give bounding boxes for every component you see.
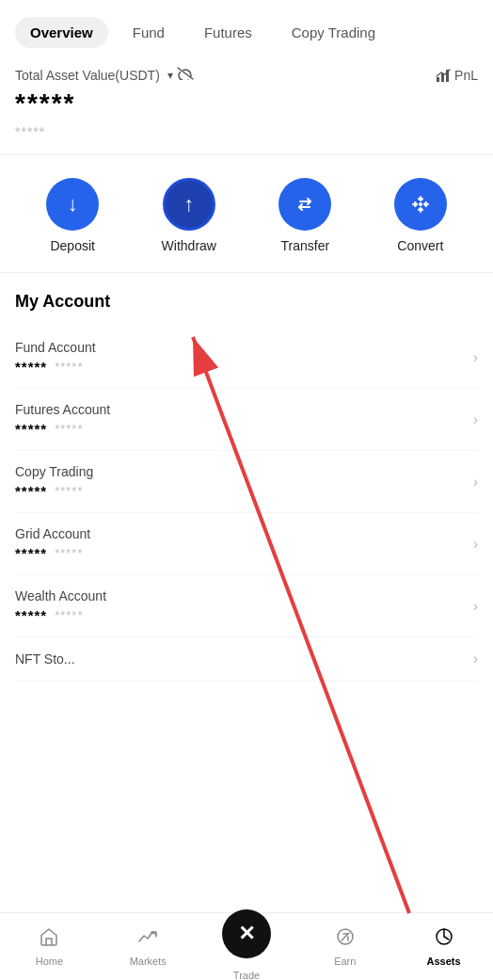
futures-account-item[interactable]: Futures Account ***** ***** ›: [15, 389, 478, 451]
grid-account-masked: *****: [15, 545, 47, 561]
nft-name: NFT Sto...: [15, 651, 75, 667]
my-account-section: My Account Fund Account ***** ***** › Fu…: [0, 273, 493, 691]
home-tab-label: Home: [36, 956, 63, 967]
markets-tab[interactable]: Markets: [99, 926, 198, 967]
wealth-account-item[interactable]: Wealth Account ***** ***** ›: [15, 575, 478, 637]
chevron-right-icon: ›: [473, 536, 478, 553]
futures-account-name: Futures Account: [15, 402, 110, 417]
assets-tab[interactable]: Assets: [394, 926, 493, 967]
wealth-account-name: Wealth Account: [15, 588, 106, 603]
assets-icon: [434, 926, 454, 952]
copy-trading-name: Copy Trading: [15, 464, 93, 479]
asset-sub-value: *****: [15, 124, 478, 139]
withdraw-label: Withdraw: [162, 238, 216, 253]
convert-button[interactable]: Convert: [394, 178, 447, 253]
futures-account-masked: *****: [15, 421, 47, 437]
grid-account-item[interactable]: Grid Account ***** ***** ›: [15, 513, 478, 575]
my-account-title: My Account: [15, 292, 478, 312]
action-buttons-row: ↓ Deposit ↑ Withdraw Transfer Convert: [0, 155, 493, 273]
chevron-right-icon: ›: [473, 651, 478, 667]
copy-trading-masked-sub: *****: [55, 484, 83, 498]
home-tab[interactable]: Home: [0, 926, 99, 967]
markets-tab-label: Markets: [130, 956, 167, 967]
withdraw-circle: ↑: [163, 178, 215, 231]
assets-tab-label: Assets: [427, 956, 461, 967]
asset-main-value: *****: [15, 88, 478, 119]
chevron-right-icon: ›: [473, 411, 478, 428]
earn-tab-label: Earn: [334, 956, 356, 967]
withdraw-button[interactable]: ↑ Withdraw: [162, 178, 216, 253]
nft-item[interactable]: NFT Sto... ›: [15, 637, 478, 682]
deposit-circle: ↓: [46, 178, 99, 231]
trade-icon: ✕: [238, 922, 255, 946]
eye-slash-icon[interactable]: [177, 67, 194, 83]
fund-account-item[interactable]: Fund Account ***** ***** ›: [15, 327, 478, 389]
futures-account-masked-sub: *****: [55, 422, 83, 436]
fund-account-masked: *****: [15, 359, 47, 375]
nav-futures[interactable]: Futures: [189, 17, 267, 48]
chevron-down-icon[interactable]: ▾: [167, 69, 173, 82]
chevron-right-icon: ›: [473, 598, 478, 615]
trade-tab[interactable]: ✕ Trade: [198, 909, 296, 981]
asset-label: Total Asset Value(USDT): [15, 68, 160, 83]
convert-icon: [409, 193, 432, 216]
svg-rect-1: [441, 73, 444, 82]
grid-account-masked-sub: *****: [55, 546, 83, 560]
copy-trading-item[interactable]: Copy Trading ***** ***** ›: [15, 451, 478, 513]
convert-circle: [394, 178, 447, 231]
svg-point-3: [419, 202, 422, 206]
deposit-icon: ↓: [68, 192, 78, 217]
wealth-account-masked-sub: *****: [55, 608, 83, 622]
grid-account-name: Grid Account: [15, 526, 90, 541]
earn-icon: [335, 926, 356, 952]
convert-label: Convert: [397, 238, 443, 253]
earn-tab[interactable]: Earn: [295, 926, 394, 967]
top-navigation: Overview Fund Futures Copy Trading: [0, 0, 493, 57]
trade-tab-label: Trade: [233, 970, 260, 981]
home-icon: [39, 926, 59, 952]
wealth-account-masked: *****: [15, 607, 47, 623]
fund-account-name: Fund Account: [15, 340, 96, 355]
pnl-label: PnL: [454, 68, 478, 83]
bottom-navigation: Home Markets ✕ Trade Earn: [0, 912, 493, 980]
transfer-circle: [278, 178, 331, 231]
nav-fund[interactable]: Fund: [118, 17, 180, 48]
fund-account-masked-sub: *****: [55, 360, 83, 374]
pnl-button[interactable]: PnL: [436, 68, 478, 83]
copy-trading-masked: *****: [15, 483, 47, 499]
transfer-button[interactable]: Transfer: [278, 178, 331, 253]
transfer-icon: [294, 193, 316, 216]
transfer-label: Transfer: [281, 238, 330, 253]
nav-overview[interactable]: Overview: [15, 17, 108, 48]
trade-button[interactable]: ✕: [222, 909, 271, 958]
chevron-right-icon: ›: [473, 349, 478, 366]
markets-icon: [137, 926, 158, 952]
deposit-button[interactable]: ↓ Deposit: [46, 178, 99, 253]
withdraw-icon: ↑: [183, 192, 194, 217]
nav-copy-trading[interactable]: Copy Trading: [277, 17, 390, 48]
asset-header: Total Asset Value(USDT) ▾ PnL ***** ****…: [0, 57, 493, 155]
deposit-label: Deposit: [50, 238, 94, 253]
svg-rect-0: [437, 77, 439, 82]
chevron-right-icon: ›: [473, 474, 478, 490]
